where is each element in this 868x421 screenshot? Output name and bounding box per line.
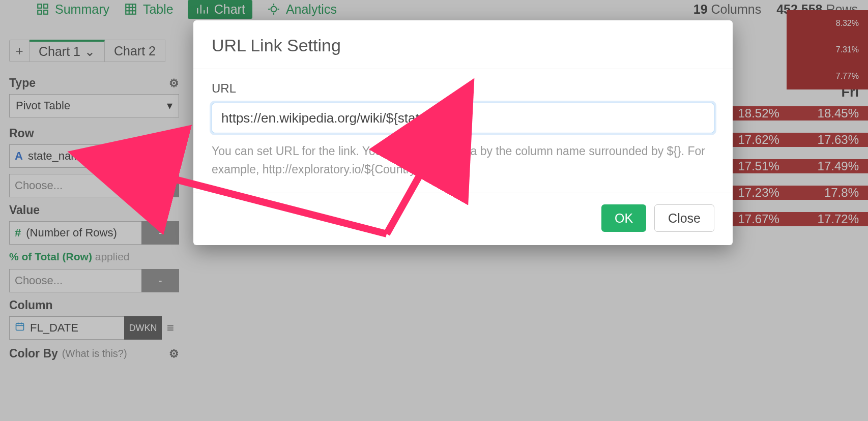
dialog-title: URL Link Setting <box>212 36 714 55</box>
close-button[interactable]: Close <box>654 204 714 232</box>
ok-button[interactable]: OK <box>601 204 646 232</box>
url-link-setting-dialog: URL Link Setting URL You can set URL for… <box>193 20 733 245</box>
app-root: Summary Table Chart Analytics 19 Columns… <box>0 0 868 421</box>
url-field-label: URL <box>212 81 714 96</box>
url-helper-text: You can set URL for the link. You can re… <box>212 142 714 178</box>
url-input[interactable] <box>212 103 714 133</box>
